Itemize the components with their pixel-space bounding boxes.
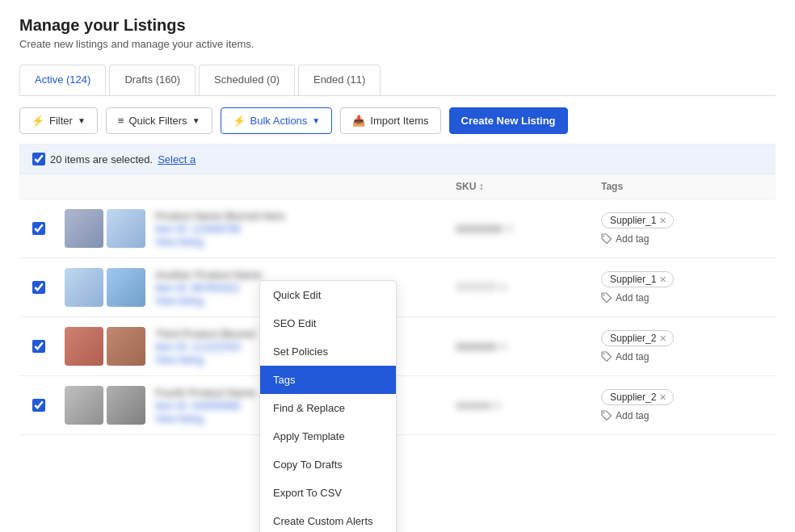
tag-icon-1 [601, 233, 612, 245]
tag-badge-1: Supplier_1 ✕ [601, 212, 674, 228]
bulk-actions-dropdown: Quick Edit SEO Edit Set Policies Tags Fi… [259, 280, 397, 532]
select-all-checkbox[interactable] [32, 153, 45, 165]
svg-point-1 [604, 295, 605, 296]
dropdown-item-seo-edit[interactable]: SEO Edit [260, 309, 396, 337]
table-header: SKU ↕ Tags [19, 174, 776, 199]
page-title: Manage your Listings [19, 16, 776, 35]
page-subtitle: Create new listings and manage your acti… [19, 38, 776, 50]
copy-icon[interactable]: ⧉ [506, 223, 513, 234]
table-row: Fourth Product Name Item ID: 444555666 V… [19, 376, 776, 435]
dropdown-item-copy-to-drafts[interactable]: Copy To Drafts [260, 450, 396, 479]
select-all-link[interactable]: Select a [158, 153, 196, 165]
item-link-2[interactable]: View listing [155, 295, 262, 307]
item-name-1: Product Name Blurred Here [155, 210, 284, 222]
row-checkbox-4[interactable] [32, 399, 45, 412]
table-row: Product Name Blurred Here Item ID: 12345… [19, 199, 776, 258]
dropdown-item-export-csv[interactable]: Export To CSV [260, 479, 396, 507]
tag-remove-icon-2[interactable]: ✕ [659, 274, 667, 285]
sku-cell-3: 8888888 ⧉ [456, 341, 601, 353]
tag-badge-4: Supplier_2 ✕ [601, 389, 674, 405]
tags-cell-4: Supplier_2 ✕ Add tag [601, 389, 763, 421]
tag-badge-2: Supplier_1 ✕ [601, 271, 674, 287]
tab-ended[interactable]: Ended (11) [298, 65, 381, 95]
tab-active[interactable]: Active (124) [19, 65, 106, 95]
table-row: Third Product Blurred Item ID: 111222333… [19, 317, 776, 376]
copy-icon-3[interactable]: ⧉ [500, 341, 507, 352]
tags-cell-3: Supplier_2 ✕ Add tag [601, 330, 763, 362]
item-link-1[interactable]: View listing [155, 237, 284, 248]
filter-button[interactable]: ⚡ Filter ▼ [19, 107, 98, 134]
tags-header: Tags [601, 181, 763, 192]
quick-filters-icon: ≡ [118, 115, 124, 127]
dropdown-item-find-replace[interactable]: Find & Replace [260, 394, 396, 422]
table-area: 20 items are selected. Select a SKU ↕ Ta… [19, 145, 776, 435]
item-meta-2: Item ID: 987654321 [155, 283, 262, 294]
chevron-down-icon-3: ▼ [312, 116, 320, 125]
tag-remove-icon-3[interactable]: ✕ [659, 333, 667, 344]
tab-drafts[interactable]: Drafts (160) [109, 65, 196, 95]
selection-count: 20 items are selected. [50, 153, 153, 165]
item-link-4[interactable]: View listing [155, 413, 255, 425]
tags-cell-2: Supplier_1 ✕ Add tag [601, 271, 763, 304]
dropdown-item-tags[interactable]: Tags [260, 366, 396, 394]
toolbar: ⚡ Filter ▼ ≡ Quick Filters ▼ ⚡ Bulk Acti… [19, 96, 776, 145]
item-meta-3: Item ID: 111222333 [155, 341, 255, 353]
create-new-listing-button[interactable]: Create New Listing [449, 107, 568, 134]
chevron-down-icon: ▼ [78, 116, 86, 125]
dropdown-item-set-policies[interactable]: Set Policies [260, 337, 396, 366]
dropdown-item-create-alerts[interactable]: Create Custom Alerts [260, 507, 396, 532]
item-name-4: Fourth Product Name [155, 387, 255, 399]
item-name-3: Third Product Blurred [155, 328, 255, 340]
tag-remove-icon-1[interactable]: ✕ [659, 216, 667, 226]
tag-icon-2 [601, 292, 612, 304]
sku-header: SKU ↕ [456, 181, 601, 192]
chevron-down-icon-2: ▼ [192, 116, 200, 125]
sku-cell-2: 7777777 ⧉ [456, 282, 601, 294]
item-meta-1: Item ID: 123456789 [155, 224, 284, 235]
selection-bar: 20 items are selected. Select a [19, 145, 776, 174]
row-checkbox-3[interactable] [32, 340, 45, 353]
tag-icon-3 [601, 351, 612, 362]
filter-icon: ⚡ [32, 115, 44, 127]
tag-remove-icon-4[interactable]: ✕ [659, 392, 667, 403]
row-checkbox-2[interactable] [32, 281, 45, 294]
add-tag-4[interactable]: Add tag [601, 410, 763, 421]
row-checkbox-1[interactable] [32, 222, 45, 235]
tags-cell-1: Supplier_1 ✕ Add tag [601, 212, 763, 245]
sku-cell-1: 88888888 ⧉ [456, 223, 601, 235]
import-items-button[interactable]: 📥 Import Items [340, 107, 440, 134]
bulk-actions-button[interactable]: ⚡ Bulk Actions ▼ [221, 107, 333, 134]
copy-icon-4[interactable]: ⧉ [494, 400, 501, 411]
svg-point-3 [604, 413, 605, 414]
item-meta-4: Item ID: 444555666 [155, 400, 255, 412]
bulk-actions-icon: ⚡ [233, 115, 246, 127]
item-link-3[interactable]: View listing [155, 354, 255, 366]
table-row: Another Product Name Item ID: 987654321 … [19, 258, 776, 317]
sku-cell-4: 444444 ⧉ [456, 400, 601, 412]
svg-point-2 [604, 354, 605, 355]
add-tag-2[interactable]: Add tag [601, 292, 763, 304]
tabs: Active (124) Drafts (160) Scheduled (0) … [19, 65, 776, 96]
add-tag-3[interactable]: Add tag [601, 351, 763, 362]
tab-scheduled[interactable]: Scheduled (0) [199, 65, 295, 95]
import-icon: 📥 [352, 115, 365, 127]
dropdown-item-apply-template[interactable]: Apply Template [260, 422, 396, 450]
svg-point-0 [604, 236, 605, 237]
item-name-2: Another Product Name [155, 269, 262, 281]
tag-icon-4 [601, 410, 612, 421]
copy-icon-2[interactable]: ⧉ [500, 282, 507, 293]
tag-badge-3: Supplier_2 ✕ [601, 330, 674, 346]
add-tag-1[interactable]: Add tag [601, 233, 763, 245]
quick-filters-button[interactable]: ≡ Quick Filters ▼ [106, 107, 212, 134]
dropdown-item-quick-edit[interactable]: Quick Edit [260, 281, 396, 309]
